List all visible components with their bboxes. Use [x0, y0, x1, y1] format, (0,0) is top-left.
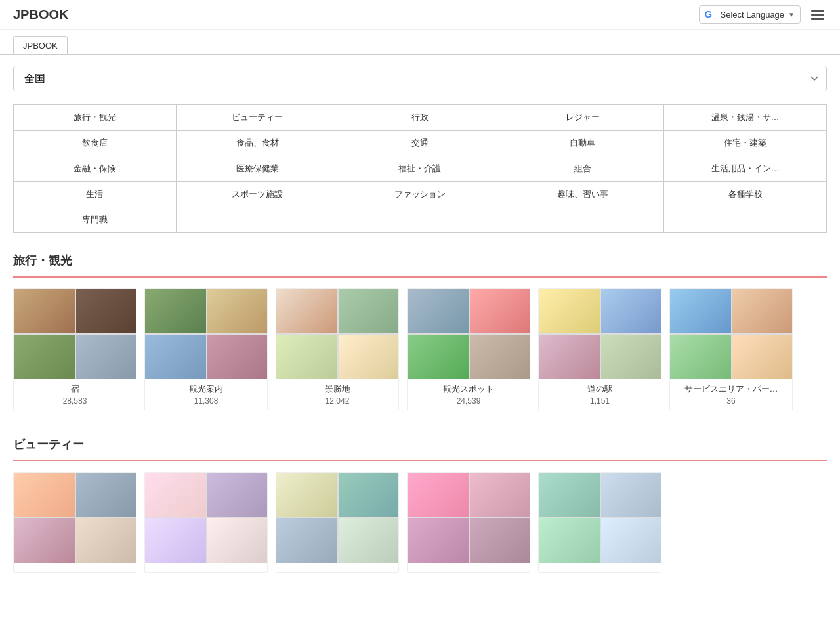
card-thumbnail: [539, 472, 662, 563]
card-info: 観光案内11,308: [145, 379, 267, 410]
card-info: 道の駅1,151: [539, 379, 661, 410]
thumbnail-quadrant: [14, 289, 75, 333]
thumbnail-quadrant: [601, 472, 662, 517]
list-item[interactable]: [144, 472, 268, 573]
list-item[interactable]: [13, 472, 136, 573]
category-cell[interactable]: [339, 207, 501, 233]
category-cell[interactable]: 飲食店: [14, 131, 177, 156]
category-cell[interactable]: 交通: [339, 131, 501, 156]
list-view-button[interactable]: [808, 7, 827, 22]
category-cell[interactable]: レジャー: [501, 105, 664, 131]
card-name: 観光案内: [150, 383, 262, 395]
thumbnail-quadrant: [408, 518, 469, 563]
thumbnail-quadrant: [408, 472, 469, 517]
thumbnail-quadrant: [670, 335, 731, 379]
thumbnail-quadrant: [601, 518, 662, 563]
category-cell[interactable]: 自動車: [501, 131, 664, 156]
list-item[interactable]: 宿28,583: [13, 288, 136, 410]
thumbnail-quadrant: [470, 518, 530, 563]
card-thumbnail: [408, 472, 530, 563]
card-info: サービスエリア・パー…36: [670, 379, 792, 410]
card-info: [408, 563, 530, 572]
card-info: [145, 563, 267, 572]
section-title: 旅行・観光: [13, 253, 827, 268]
thumbnail-quadrant: [76, 472, 136, 517]
category-cell[interactable]: 住宅・建築: [664, 131, 827, 156]
thumbnail-quadrant: [276, 289, 337, 333]
nav-tabs: JPBOOK: [0, 30, 840, 55]
category-cell[interactable]: スポーツ施設: [176, 182, 339, 207]
thumbnail-quadrant: [276, 472, 337, 517]
card-thumbnail: [408, 289, 530, 379]
thumbnail-quadrant: [76, 335, 136, 379]
card-info: 宿28,583: [14, 379, 136, 410]
card-thumbnail: [670, 289, 793, 379]
card-name: 道の駅: [544, 383, 656, 395]
list-item[interactable]: 観光スポット24,539: [407, 288, 530, 410]
section-1: ビューティー: [13, 436, 827, 573]
card-thumbnail: [276, 472, 399, 563]
thumbnail-quadrant: [207, 472, 268, 517]
category-cell[interactable]: 福祉・介護: [339, 156, 501, 182]
thumbnail-quadrant: [732, 289, 793, 333]
card-info: [276, 563, 398, 572]
section-divider: [13, 460, 827, 461]
list-item[interactable]: [538, 472, 662, 573]
thumbnail-quadrant: [539, 289, 600, 333]
thumbnail-quadrant: [14, 518, 75, 563]
card-info: [14, 563, 136, 572]
thumbnail-quadrant: [207, 289, 268, 333]
list-item[interactable]: サービスエリア・パー…36: [669, 288, 793, 410]
thumbnail-quadrant: [601, 289, 662, 333]
thumbnail-quadrant: [207, 335, 268, 379]
card-name: 宿: [19, 383, 131, 395]
site-logo[interactable]: JPBOOK: [13, 7, 68, 22]
tab-jpbook[interactable]: JPBOOK: [13, 36, 68, 54]
thumbnail-quadrant: [670, 289, 731, 333]
card-count: 12,042: [282, 396, 393, 406]
category-cell[interactable]: ファッション: [339, 182, 501, 207]
card-grid: 宿28,583観光案内11,308景勝地12,042観光スポット24,539道の…: [13, 288, 827, 410]
category-cell[interactable]: 旅行・観光: [14, 105, 177, 131]
card-count: 24,539: [413, 396, 524, 406]
category-cell[interactable]: 生活: [14, 182, 177, 207]
google-icon: G: [705, 9, 717, 20]
section-0: 旅行・観光宿28,583観光案内11,308景勝地12,042観光スポット24,…: [13, 253, 827, 410]
category-cell[interactable]: [501, 207, 664, 233]
category-cell[interactable]: [176, 207, 339, 233]
list-item[interactable]: 観光案内11,308: [144, 288, 268, 410]
list-item[interactable]: 景勝地12,042: [276, 288, 399, 410]
thumbnail-quadrant: [14, 472, 75, 517]
category-cell[interactable]: [664, 207, 827, 233]
list-item[interactable]: 道の駅1,151: [538, 288, 662, 410]
card-thumbnail: [14, 472, 136, 563]
main-content: 全国 北海道 東北 関東 中部 近畿 中国 四国 九州・沖縄 旅行・観光ビューテ…: [0, 55, 840, 610]
card-name: サービスエリア・パー…: [675, 383, 787, 395]
card-name: 観光スポット: [413, 383, 524, 395]
list-item[interactable]: [276, 472, 399, 573]
thumbnail-quadrant: [339, 335, 399, 379]
category-cell[interactable]: 行政: [339, 105, 501, 131]
language-selector[interactable]: G Select Language ▼: [699, 5, 801, 24]
category-cell[interactable]: 温泉・銭湯・サ…: [664, 105, 827, 131]
category-cell[interactable]: ビューティー: [176, 105, 339, 131]
card-count: 28,583: [19, 396, 131, 406]
category-cell[interactable]: 生活用品・イン…: [664, 156, 827, 182]
card-info: 観光スポット24,539: [408, 379, 530, 410]
category-cell[interactable]: 金融・保険: [14, 156, 177, 182]
thumbnail-quadrant: [470, 335, 530, 379]
category-grid: 旅行・観光ビューティー行政レジャー温泉・銭湯・サ…飲食店食品、食材交通自動車住宅…: [13, 104, 827, 233]
category-cell[interactable]: 専門職: [14, 207, 177, 233]
thumbnail-quadrant: [470, 472, 530, 517]
category-cell[interactable]: 食品、食材: [176, 131, 339, 156]
thumbnail-quadrant: [14, 335, 75, 379]
category-cell[interactable]: 各種学校: [664, 182, 827, 207]
thumbnail-quadrant: [76, 518, 136, 563]
category-cell[interactable]: 医療保健業: [176, 156, 339, 182]
category-cell[interactable]: 組合: [501, 156, 664, 182]
region-selector[interactable]: 全国 北海道 東北 関東 中部 近畿 中国 四国 九州・沖縄: [13, 66, 827, 91]
category-cell[interactable]: 趣味、習い事: [501, 182, 664, 207]
list-item[interactable]: [407, 472, 530, 573]
card-count: 36: [675, 396, 787, 406]
thumbnail-quadrant: [207, 518, 268, 563]
